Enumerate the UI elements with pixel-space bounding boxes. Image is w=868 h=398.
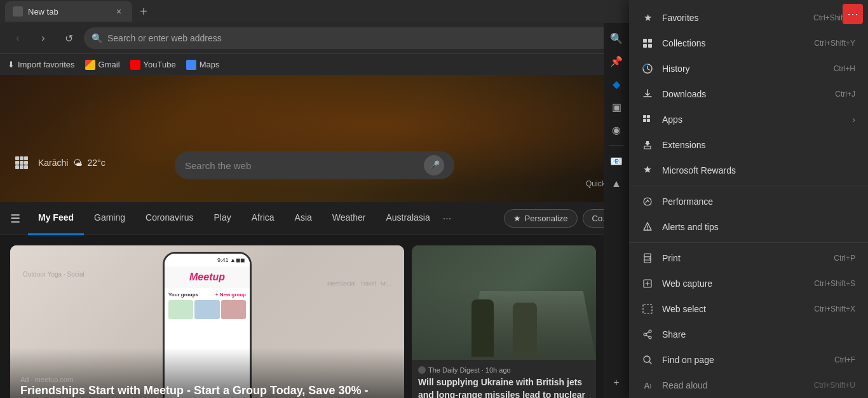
- forward-button[interactable]: ›: [33, 28, 53, 48]
- feed-nav-play[interactable]: Play: [204, 202, 241, 235]
- menu-item-extensions[interactable]: Extensions: [629, 132, 868, 158]
- svg-point-17: [644, 333, 646, 336]
- search-icon: 🔍: [92, 33, 102, 43]
- menu-item-downloads[interactable]: Downloads Ctrl+J: [629, 81, 868, 107]
- menu-item-find[interactable]: Find on page Ctrl+F: [629, 347, 868, 373]
- menu-item-ms-rewards[interactable]: Microsoft Rewards: [629, 158, 868, 183]
- maps-icon: [186, 60, 196, 70]
- voice-search-button[interactable]: 🎤: [424, 155, 444, 175]
- feed-nav-weather[interactable]: Weather: [322, 202, 376, 235]
- sidebar-search-icon[interactable]: 🔍: [606, 28, 627, 48]
- feed-card-meetup-title: Friendships Start with Meetup - Start a …: [20, 383, 394, 398]
- menu-item-print[interactable]: Print Ctrl+P: [629, 245, 868, 271]
- maps-bookmark[interactable]: Maps: [186, 60, 220, 70]
- web-capture-icon: [642, 278, 653, 289]
- svg-rect-15: [643, 305, 652, 313]
- feed-nav-my-feed[interactable]: My Feed: [28, 202, 84, 235]
- menu-divider-2: [629, 242, 868, 243]
- tab-favicon: [13, 6, 23, 17]
- ms-rewards-icon: [642, 165, 653, 176]
- sidebar-extension4-icon[interactable]: ▲: [606, 174, 627, 194]
- sidebar-extension3-icon[interactable]: ◉: [606, 120, 627, 140]
- svg-rect-6: [647, 115, 650, 118]
- menu-item-apps[interactable]: Apps ›: [629, 107, 868, 132]
- sidebar-pin-icon[interactable]: 📌: [606, 51, 627, 71]
- feed-card-ad-label: Ad · meetup.com: [20, 376, 394, 383]
- personalize-button[interactable]: ★ Personalize: [504, 209, 578, 228]
- feed-nav-more-button[interactable]: ···: [443, 213, 451, 224]
- feed-card-source: The Daily Digest · 10h ago: [418, 366, 590, 374]
- feed-content: 9:41 ▲◼◼ Meetup Your groups + New group: [0, 235, 629, 398]
- menu-item-history[interactable]: History Ctrl+H: [629, 56, 868, 81]
- svg-rect-3: [648, 44, 652, 48]
- svg-point-9: [644, 198, 651, 205]
- hero-background: Karāchi 🌤 22°c Search the web 🎤 Quick li…: [0, 75, 629, 202]
- extensions-icon: [642, 139, 653, 151]
- feed-nav-coronavirus[interactable]: Coronavirus: [135, 202, 203, 235]
- feed-navigation: ☰ My Feed Gaming Coronavirus Play Africa…: [0, 202, 629, 235]
- weather-widget[interactable]: Karāchi 🌤 22°c: [15, 156, 105, 169]
- active-tab[interactable]: New tab ×: [5, 1, 132, 22]
- find-icon: [642, 354, 653, 366]
- hamburger-menu-button[interactable]: ☰: [10, 212, 20, 226]
- import-icon: ⬇: [8, 60, 15, 69]
- gmail-bookmark[interactable]: Gmail: [85, 60, 120, 70]
- feed-nav-gaming[interactable]: Gaming: [84, 202, 135, 235]
- apps-icon: [642, 114, 653, 125]
- weather-city: Karāchi: [38, 158, 68, 168]
- sidebar-divider-1: [609, 145, 624, 146]
- sidebar-outlook-icon[interactable]: 📧: [606, 151, 627, 171]
- new-tab-button[interactable]: +: [135, 3, 153, 20]
- tab-close-button[interactable]: ×: [113, 6, 125, 17]
- svg-point-18: [649, 336, 651, 339]
- svg-point-16: [649, 330, 651, 333]
- web-search-bar[interactable]: Search the web 🎤: [175, 151, 454, 179]
- right-sidebar: 🔍 📌 ◆ ▣ ◉ 📧 ▲ +: [604, 23, 629, 398]
- browser-menu-panel: ★ Favorites Ctrl+Shift+O Collections Ctr…: [629, 0, 868, 398]
- sidebar-extension2-icon[interactable]: ▣: [606, 97, 627, 117]
- web-search-section: Search the web 🎤: [175, 151, 454, 179]
- menu-item-read-aloud[interactable]: A) Read aloud Ctrl+Shift+U: [629, 373, 868, 398]
- apps-grid-icon: [15, 156, 28, 169]
- downloads-icon: [642, 88, 653, 100]
- svg-point-13: [649, 258, 651, 259]
- personalize-star-icon: ★: [513, 214, 521, 223]
- menu-divider-1: [629, 186, 868, 186]
- maps-label: Maps: [200, 60, 220, 69]
- menu-item-web-select[interactable]: Web select Ctrl+Shift+X: [629, 296, 868, 322]
- import-favorites-button[interactable]: ⬇ Import favorites: [8, 60, 75, 69]
- feed-nav-asia[interactable]: Asia: [285, 202, 322, 235]
- svg-point-19: [644, 356, 650, 362]
- svg-rect-11: [644, 254, 651, 257]
- svg-rect-0: [643, 39, 647, 43]
- read-aloud-icon: A): [642, 380, 653, 391]
- youtube-bookmark[interactable]: YouTube: [130, 60, 176, 70]
- menu-item-favorites[interactable]: ★ Favorites Ctrl+Shift+O: [629, 5, 868, 31]
- source-dot: [418, 366, 426, 374]
- menu-item-share[interactable]: Share: [629, 322, 868, 347]
- svg-rect-7: [643, 119, 646, 122]
- menu-item-web-capture[interactable]: Web capture Ctrl+Shift+S: [629, 271, 868, 296]
- youtube-label: YouTube: [144, 60, 176, 69]
- menu-item-collections[interactable]: Collections Ctrl+Shift+Y: [629, 31, 868, 56]
- sidebar-add-button[interactable]: +: [606, 373, 627, 393]
- alerts-icon: [642, 221, 653, 233]
- share-icon: [642, 329, 653, 340]
- print-icon: [642, 252, 653, 264]
- back-button[interactable]: ‹: [8, 28, 28, 48]
- gmail-label: Gmail: [98, 60, 120, 69]
- feed-nav-africa[interactable]: Africa: [241, 202, 285, 235]
- refresh-button[interactable]: ↺: [58, 28, 79, 48]
- menu-item-performance[interactable]: Performance: [629, 189, 868, 214]
- feed-card-meetup[interactable]: 9:41 ▲◼◼ Meetup Your groups + New group: [10, 245, 404, 398]
- feed-nav-australasia[interactable]: Australasia: [376, 202, 440, 235]
- svg-rect-5: [643, 115, 646, 118]
- sidebar-extension1-icon[interactable]: ◆: [606, 74, 627, 94]
- svg-point-10: [647, 200, 648, 201]
- feed-card-ukraine[interactable]: The Daily Digest · 10h ago Will supplyin…: [412, 245, 596, 398]
- three-dots-menu-button[interactable]: ⋯: [843, 4, 863, 24]
- gmail-icon: [85, 60, 95, 70]
- feed-card-ukraine-body: The Daily Digest · 10h ago Will supplyin…: [412, 360, 596, 398]
- menu-item-alerts[interactable]: Alerts and tips: [629, 214, 868, 240]
- feed-card-ukraine-title: Will supplying Ukraine with British jets…: [418, 376, 590, 398]
